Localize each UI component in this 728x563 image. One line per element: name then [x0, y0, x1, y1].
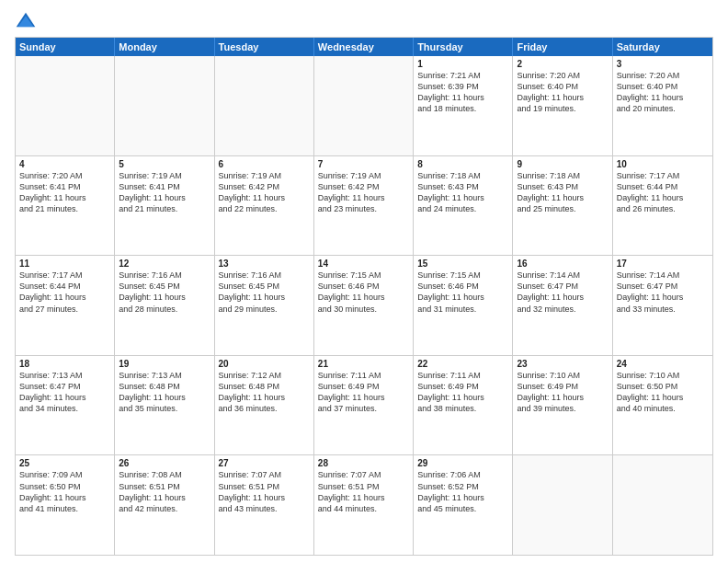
calendar-header: SundayMondayTuesdayWednesdayThursdayFrid… [16, 38, 712, 56]
calendar-cell: 12Sunrise: 7:16 AM Sunset: 6:45 PM Dayli… [115, 256, 214, 355]
logo [15, 11, 40, 33]
day-number: 16 [517, 259, 608, 269]
day-number: 12 [119, 259, 210, 269]
calendar-cell: 15Sunrise: 7:15 AM Sunset: 6:46 PM Dayli… [414, 256, 513, 355]
calendar-cell: 24Sunrise: 7:10 AM Sunset: 6:50 PM Dayli… [613, 356, 712, 455]
day-number: 23 [517, 359, 608, 369]
day-number: 14 [318, 259, 409, 269]
calendar-cell: 10Sunrise: 7:17 AM Sunset: 6:44 PM Dayli… [613, 156, 712, 256]
cell-info: Sunrise: 7:08 AM Sunset: 6:51 PM Dayligh… [119, 469, 210, 514]
day-number: 25 [19, 458, 110, 468]
calendar-cell: 28Sunrise: 7:07 AM Sunset: 6:51 PM Dayli… [314, 455, 414, 555]
cell-info: Sunrise: 7:10 AM Sunset: 6:49 PM Dayligh… [517, 370, 608, 415]
day-number: 28 [318, 458, 409, 468]
calendar-cell [613, 455, 712, 555]
calendar-cell: 23Sunrise: 7:10 AM Sunset: 6:49 PM Dayli… [513, 356, 612, 455]
day-number: 19 [119, 359, 210, 369]
cell-info: Sunrise: 7:09 AM Sunset: 6:50 PM Dayligh… [19, 469, 110, 514]
calendar-cell: 21Sunrise: 7:11 AM Sunset: 6:49 PM Dayli… [314, 356, 414, 455]
calendar-cell [16, 56, 115, 155]
cell-info: Sunrise: 7:19 AM Sunset: 6:41 PM Dayligh… [119, 170, 210, 215]
calendar-cell: 11Sunrise: 7:17 AM Sunset: 6:44 PM Dayli… [16, 256, 115, 355]
calendar-cell: 1Sunrise: 7:21 AM Sunset: 6:39 PM Daylig… [414, 56, 513, 155]
cell-info: Sunrise: 7:07 AM Sunset: 6:51 PM Dayligh… [219, 469, 310, 514]
cell-info: Sunrise: 7:15 AM Sunset: 6:46 PM Dayligh… [417, 270, 508, 315]
cell-info: Sunrise: 7:14 AM Sunset: 6:47 PM Dayligh… [617, 270, 709, 315]
calendar-cell: 22Sunrise: 7:11 AM Sunset: 6:49 PM Dayli… [414, 356, 513, 455]
calendar-cell: 29Sunrise: 7:06 AM Sunset: 6:52 PM Dayli… [414, 455, 513, 555]
calendar-cell: 6Sunrise: 7:19 AM Sunset: 6:42 PM Daylig… [215, 156, 314, 256]
day-number: 1 [417, 59, 508, 69]
cell-info: Sunrise: 7:16 AM Sunset: 6:45 PM Dayligh… [219, 270, 310, 315]
calendar-header-day: Friday [513, 38, 612, 56]
calendar-week: 18Sunrise: 7:13 AM Sunset: 6:47 PM Dayli… [16, 356, 712, 456]
calendar-cell: 19Sunrise: 7:13 AM Sunset: 6:48 PM Dayli… [115, 356, 214, 455]
calendar-cell: 17Sunrise: 7:14 AM Sunset: 6:47 PM Dayli… [613, 256, 712, 355]
calendar-cell: 26Sunrise: 7:08 AM Sunset: 6:51 PM Dayli… [115, 455, 214, 555]
calendar-cell: 7Sunrise: 7:19 AM Sunset: 6:42 PM Daylig… [314, 156, 414, 256]
cell-info: Sunrise: 7:11 AM Sunset: 6:49 PM Dayligh… [318, 370, 409, 415]
page: SundayMondayTuesdayWednesdayThursdayFrid… [0, 0, 728, 563]
day-number: 6 [219, 159, 310, 169]
cell-info: Sunrise: 7:19 AM Sunset: 6:42 PM Dayligh… [318, 170, 409, 215]
calendar-cell: 4Sunrise: 7:20 AM Sunset: 6:41 PM Daylig… [16, 156, 115, 256]
cell-info: Sunrise: 7:13 AM Sunset: 6:48 PM Dayligh… [119, 370, 210, 415]
day-number: 7 [318, 159, 409, 169]
calendar-header-day: Wednesday [314, 38, 414, 56]
calendar-header-day: Saturday [613, 38, 712, 56]
day-number: 22 [417, 359, 508, 369]
cell-info: Sunrise: 7:06 AM Sunset: 6:52 PM Dayligh… [417, 469, 508, 514]
day-number: 3 [617, 59, 709, 69]
calendar-header-day: Tuesday [215, 38, 314, 56]
calendar-cell [314, 56, 414, 155]
day-number: 29 [417, 458, 508, 468]
cell-info: Sunrise: 7:17 AM Sunset: 6:44 PM Dayligh… [617, 170, 709, 215]
cell-info: Sunrise: 7:16 AM Sunset: 6:45 PM Dayligh… [119, 270, 210, 315]
day-number: 17 [617, 259, 709, 269]
calendar-cell: 9Sunrise: 7:18 AM Sunset: 6:43 PM Daylig… [513, 156, 612, 256]
calendar-header-day: Thursday [414, 38, 513, 56]
calendar-week: 25Sunrise: 7:09 AM Sunset: 6:50 PM Dayli… [16, 455, 712, 555]
cell-info: Sunrise: 7:13 AM Sunset: 6:47 PM Dayligh… [19, 370, 110, 415]
cell-info: Sunrise: 7:11 AM Sunset: 6:49 PM Dayligh… [417, 370, 508, 415]
cell-info: Sunrise: 7:20 AM Sunset: 6:41 PM Dayligh… [19, 170, 110, 215]
day-number: 5 [119, 159, 210, 169]
calendar-cell: 3Sunrise: 7:20 AM Sunset: 6:40 PM Daylig… [613, 56, 712, 155]
calendar-cell: 14Sunrise: 7:15 AM Sunset: 6:46 PM Dayli… [314, 256, 414, 355]
day-number: 15 [417, 259, 508, 269]
day-number: 9 [517, 159, 608, 169]
cell-info: Sunrise: 7:18 AM Sunset: 6:43 PM Dayligh… [417, 170, 508, 215]
cell-info: Sunrise: 7:10 AM Sunset: 6:50 PM Dayligh… [617, 370, 709, 415]
day-number: 24 [617, 359, 709, 369]
calendar-week: 11Sunrise: 7:17 AM Sunset: 6:44 PM Dayli… [16, 256, 712, 356]
header [15, 11, 713, 33]
cell-info: Sunrise: 7:20 AM Sunset: 6:40 PM Dayligh… [617, 70, 709, 115]
cell-info: Sunrise: 7:15 AM Sunset: 6:46 PM Dayligh… [318, 270, 409, 315]
cell-info: Sunrise: 7:14 AM Sunset: 6:47 PM Dayligh… [517, 270, 608, 315]
calendar-body: 1Sunrise: 7:21 AM Sunset: 6:39 PM Daylig… [16, 56, 712, 555]
day-number: 11 [19, 259, 110, 269]
day-number: 27 [219, 458, 310, 468]
cell-info: Sunrise: 7:07 AM Sunset: 6:51 PM Dayligh… [318, 469, 409, 514]
calendar-cell [215, 56, 314, 155]
calendar-cell: 20Sunrise: 7:12 AM Sunset: 6:48 PM Dayli… [215, 356, 314, 455]
day-number: 8 [417, 159, 508, 169]
cell-info: Sunrise: 7:12 AM Sunset: 6:48 PM Dayligh… [219, 370, 310, 415]
calendar-cell: 8Sunrise: 7:18 AM Sunset: 6:43 PM Daylig… [414, 156, 513, 256]
calendar-header-day: Monday [115, 38, 214, 56]
day-number: 13 [219, 259, 310, 269]
cell-info: Sunrise: 7:20 AM Sunset: 6:40 PM Dayligh… [517, 70, 608, 115]
cell-info: Sunrise: 7:19 AM Sunset: 6:42 PM Dayligh… [219, 170, 310, 215]
day-number: 2 [517, 59, 608, 69]
logo-icon [15, 11, 37, 33]
day-number: 26 [119, 458, 210, 468]
calendar-cell [513, 455, 612, 555]
calendar-cell: 27Sunrise: 7:07 AM Sunset: 6:51 PM Dayli… [215, 455, 314, 555]
day-number: 18 [19, 359, 110, 369]
day-number: 20 [219, 359, 310, 369]
calendar-cell: 2Sunrise: 7:20 AM Sunset: 6:40 PM Daylig… [513, 56, 612, 155]
day-number: 4 [19, 159, 110, 169]
calendar-week: 1Sunrise: 7:21 AM Sunset: 6:39 PM Daylig… [16, 56, 712, 156]
calendar-header-day: Sunday [16, 38, 115, 56]
cell-info: Sunrise: 7:17 AM Sunset: 6:44 PM Dayligh… [19, 270, 110, 315]
